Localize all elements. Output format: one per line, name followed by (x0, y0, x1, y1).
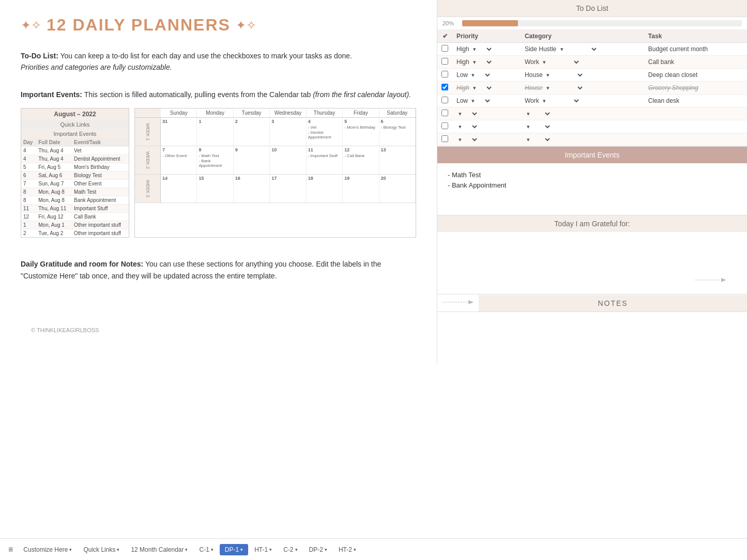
todo-task-cell: Call bank (644, 56, 747, 69)
todo-category-cell: Work ▾WorkHouseSide Hustle (521, 56, 644, 69)
day-number: 2 (235, 119, 268, 124)
category-dropdown-empty[interactable]: ▾WorkHouse (525, 136, 552, 143)
chevron-down-icon: ▾ (354, 547, 356, 552)
todo-checkbox-cell[interactable] (437, 133, 452, 146)
todo-checkbox-cell[interactable] (437, 56, 452, 69)
todo-checkbox-cell[interactable] (437, 82, 452, 95)
tab-label: DP-1 (225, 546, 239, 553)
todo-row: Low ▾HighLow House ▾WorkHouseSide Hustle… (437, 69, 747, 82)
todo-checkbox-cell[interactable] (437, 95, 452, 107)
cal-event: Vet (72, 147, 129, 155)
todo-checkbox[interactable] (441, 58, 448, 65)
todo-task-cell (644, 133, 747, 146)
tab-label: 12 Month Calendar (131, 546, 184, 553)
calendar-event-text: - Other Event (162, 153, 195, 158)
day-number: 7 (162, 147, 195, 152)
svg-marker-3 (468, 300, 474, 304)
calendar-list-item: 7 Sun, Aug 7 Other Event (21, 180, 129, 188)
priority-dropdown-empty[interactable]: ▾HighLow (456, 123, 479, 130)
calendar-list-item: 12 Fri, Aug 12 Call Bank (21, 213, 129, 221)
cal-event: Math Test (72, 188, 129, 196)
calendar-list-item: 8 Mon, Aug 8 Bank Appointment (21, 196, 129, 205)
cal-day-num: 5 (21, 163, 36, 172)
todo-checkbox[interactable] (441, 84, 448, 90)
todo-checkbox-cell[interactable] (437, 69, 452, 82)
category-dropdown[interactable]: ▾WorkHouseSide Hustle (541, 97, 581, 104)
todo-checkbox-cell[interactable] (437, 107, 452, 120)
day-number: 20 (381, 176, 414, 181)
week-label: WEEK 3 (135, 175, 161, 203)
tab-item-c-1[interactable]: C-1 ▾ (194, 544, 218, 555)
tab-item-dp-1[interactable]: DP-1 ▾ (220, 544, 248, 555)
category-dropdown-empty[interactable]: ▾WorkHouse (525, 110, 552, 117)
todo-task-cell: Deep clean closet (644, 69, 747, 82)
day-number: 4 (308, 119, 341, 124)
cal-day-num: 4 (21, 155, 36, 163)
priority-dropdown[interactable]: ▾HighLow (471, 45, 493, 53)
day-number: 8 (199, 147, 231, 152)
cal-full-date: Thu, Aug 4 (36, 155, 72, 163)
week-label: WEEK 1 (135, 118, 161, 146)
tab-item-c-2[interactable]: C-2 ▾ (278, 544, 302, 555)
grid-sunday: Sunday (161, 108, 197, 117)
category-dropdown[interactable]: ▾WorkHouseSide Hustle (544, 84, 584, 91)
cal-full-date: Mon, Aug 8 (36, 196, 72, 205)
cal-full-date: Sun, Aug 7 (36, 180, 72, 188)
cal-day-num: 12 (21, 213, 36, 221)
priority-dropdown[interactable]: ▾HighLow (469, 97, 492, 104)
todo-checkbox[interactable] (441, 71, 448, 77)
category-dropdown[interactable]: ▾WorkHouseSide Hustle (558, 45, 598, 53)
todo-description: To-Do List: You can keep a to-do list fo… (21, 50, 416, 73)
todo-checkbox[interactable] (441, 45, 448, 52)
todo-checkbox[interactable] (441, 97, 448, 103)
todo-task-cell: Clean desk (644, 95, 747, 107)
category-dropdown-empty[interactable]: ▾WorkHouse (525, 123, 552, 130)
todo-category-cell: House ▾WorkHouseSide Hustle (521, 69, 644, 82)
todo-checkbox[interactable] (441, 110, 448, 116)
todo-title: To Do List (437, 0, 747, 17)
cal-day-num: 4 (21, 147, 36, 155)
todo-checkbox[interactable] (441, 122, 448, 129)
calendar-event-text: - Vet (308, 125, 341, 130)
todo-checkbox-cell[interactable] (437, 43, 452, 56)
notes-arrow-icon (443, 297, 474, 307)
tab-item-ht-2[interactable]: HT-2 ▾ (333, 544, 361, 555)
important-events-label: Important Events: (21, 90, 82, 99)
todo-checkbox-cell[interactable] (437, 120, 452, 133)
hamburger-menu[interactable]: ≡ (4, 542, 17, 557)
todo-task-cell: Grocery Shopping (644, 82, 747, 95)
priority-value: High (456, 58, 469, 66)
progress-bar-outer (462, 20, 742, 26)
priority-dropdown-empty[interactable]: ▾HighLow (456, 136, 479, 143)
gratitude-body (437, 232, 747, 294)
calendar-event-text: - Mom's Birthday (344, 125, 377, 130)
copyright: © THINKLIKEAGIRLBOSS (21, 323, 416, 337)
tab-item-12-month-calendar[interactable]: 12 Month Calendar ▾ (126, 544, 193, 555)
calendar-day-cell: 7- Other Event (161, 146, 197, 174)
category-dropdown[interactable]: ▾WorkHouseSide Hustle (544, 71, 584, 79)
chevron-down-icon: ▾ (240, 547, 243, 552)
cal-full-date: Mon, Aug 8 (36, 188, 72, 196)
grid-wednesday: Wednesday (270, 108, 306, 117)
tab-item-ht-1[interactable]: HT-1 ▾ (249, 544, 277, 555)
tab-item-dp-2[interactable]: DP-2 ▾ (304, 544, 332, 555)
col-event-task: Event/Task (72, 138, 129, 147)
priority-dropdown[interactable]: ▾HighLow (469, 71, 492, 79)
tab-item-quick-links[interactable]: Quick Links ▾ (78, 544, 125, 555)
priority-dropdown[interactable]: ▾HighLow (471, 58, 493, 66)
calendar-list-item: 6 Sat, Aug 6 Biology Test (21, 172, 129, 180)
todo-row: ▾HighLow ▾WorkHouse (437, 120, 747, 133)
calendar-day-cell: 9 (234, 146, 270, 174)
page-title: 12 DAILY PLANNERS (47, 15, 231, 35)
calendar-week-row: WEEK 314151617181920 (135, 175, 416, 203)
calendar-day-cell: 19 (343, 175, 379, 203)
priority-dropdown-empty[interactable]: ▾HighLow (456, 110, 479, 117)
category-dropdown[interactable]: ▾WorkHouseSide Hustle (541, 58, 581, 66)
day-number: 13 (381, 147, 414, 152)
todo-category-cell: Side Hustle ▾WorkHouseSide Hustle (521, 43, 644, 56)
tab-item-customize-here[interactable]: Customize Here ▾ (18, 544, 77, 555)
todo-checkbox[interactable] (441, 135, 448, 142)
priority-dropdown[interactable]: ▾HighLow (471, 84, 493, 91)
notes-body (437, 312, 747, 364)
cal-event: Bank Appointment (72, 196, 129, 205)
